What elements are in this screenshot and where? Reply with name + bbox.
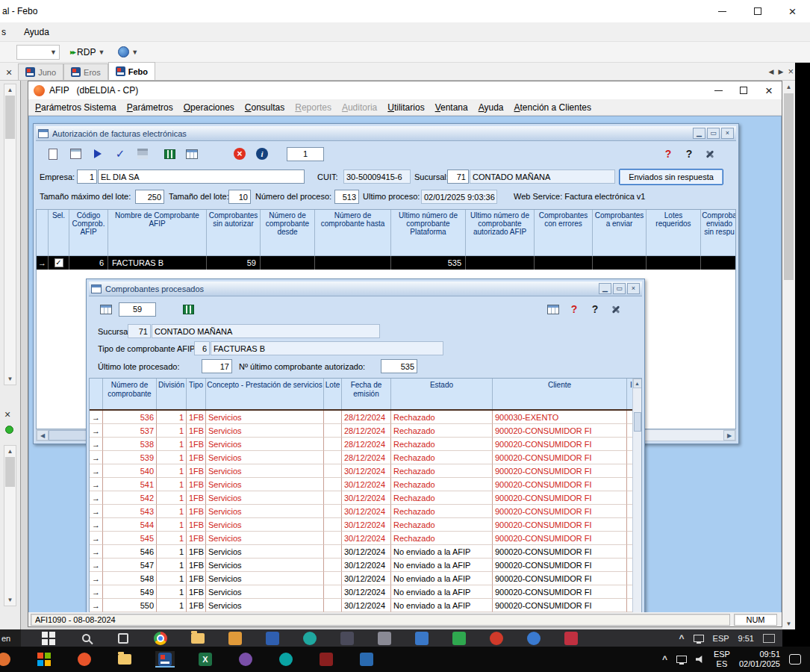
new-button[interactable] xyxy=(43,145,63,163)
column-header-comproba-enviado-sin-respu[interactable]: Comproba enviado sin respu xyxy=(701,210,736,256)
tab-scroll-left-icon[interactable]: ◀ xyxy=(769,68,774,75)
host-close-button[interactable]: × xyxy=(775,0,810,22)
child-close-button[interactable]: × xyxy=(627,283,640,294)
file-explorer-icon[interactable] xyxy=(188,630,208,647)
task-view-icon[interactable] xyxy=(113,630,133,647)
tools-button[interactable] xyxy=(700,145,720,163)
tray-expand-icon[interactable]: ^ xyxy=(662,654,667,665)
scroll-right-icon[interactable]: ▶ xyxy=(723,430,735,441)
child-restore-button[interactable]: ▭ xyxy=(707,128,720,139)
afip-menu-consultas[interactable]: Consultas xyxy=(240,100,290,115)
rdp-connect-button[interactable]: ▸▸ RDP ▼ xyxy=(67,46,108,59)
column-header-divisi-n[interactable]: División xyxy=(157,379,187,409)
tamano-lote-field[interactable]: 10 xyxy=(228,190,251,204)
column-header-fecha-de-emisi-n[interactable]: Fecha de emisión xyxy=(342,379,391,409)
scroll-up-icon[interactable]: ▲ xyxy=(7,446,13,457)
properties-button[interactable] xyxy=(66,145,85,163)
fr-app-icon[interactable] xyxy=(155,651,175,668)
autorizacion-titlebar[interactable]: Autorización de facturas electrónicas ▁ … xyxy=(36,126,736,141)
app-darkred-icon[interactable] xyxy=(317,651,336,668)
scrollbar-thumb[interactable] xyxy=(634,412,641,432)
left-vscrollbar[interactable]: ▲ ▼ xyxy=(4,84,16,385)
scroll-up-icon[interactable]: ▲ xyxy=(782,81,795,93)
pen-app-icon[interactable] xyxy=(357,651,376,668)
panel-close-icon[interactable]: × xyxy=(4,409,10,420)
table-row-539[interactable]: →53911FBServicios28/12/2024Rechazado9000… xyxy=(90,451,641,464)
table-view-button[interactable] xyxy=(543,300,563,318)
ledger-button[interactable] xyxy=(160,145,179,163)
app-teal-icon[interactable] xyxy=(276,651,296,668)
context-help-button[interactable]: ? xyxy=(564,300,584,318)
search-icon[interactable] xyxy=(76,630,96,647)
afip-menu-auditoria[interactable]: Auditoria xyxy=(337,100,382,115)
app-orange-icon[interactable] xyxy=(225,630,245,647)
windows-start-icon[interactable] xyxy=(34,651,54,668)
column-header-ultimo-n-mero-de-comprobante-autorizado-afip[interactable]: Ultimo número de comprobante autorizado … xyxy=(466,210,535,256)
host-menu-ayuda[interactable]: Ayuda xyxy=(18,25,55,40)
checkbox-checked[interactable]: ✓ xyxy=(54,258,63,267)
column-header-tipo[interactable]: Tipo xyxy=(187,379,206,409)
table-row-537[interactable]: →53711FBServicios28/12/2024Rechazado9000… xyxy=(90,424,641,438)
table-row-548[interactable]: →54811FBServicios30/12/2024No enviado a … xyxy=(90,572,641,585)
child-restore-button[interactable]: ▭ xyxy=(613,283,626,294)
cancel-button[interactable]: × xyxy=(230,145,249,163)
connection-combo[interactable]: ▼ xyxy=(16,45,60,60)
chrome-browser-icon[interactable] xyxy=(151,630,170,647)
scrollbar-thumb[interactable] xyxy=(784,93,794,280)
tab-eros[interactable]: Eros xyxy=(63,63,108,80)
child-minimize-button[interactable]: ▁ xyxy=(693,128,705,139)
empresa-code-field[interactable]: 1 xyxy=(77,169,97,184)
confirm-button[interactable]: ✓ xyxy=(110,145,130,163)
table-row-547[interactable]: →54711FBServicios30/12/2024No enviado a … xyxy=(90,559,641,572)
tab-febo[interactable]: Febo xyxy=(108,62,155,80)
table-row-541[interactable]: →54111FBServicios30/12/2024Rechazado9000… xyxy=(90,478,641,491)
column-header-n-mero-de-comprobante[interactable]: Número de comprobante xyxy=(103,379,157,409)
tools-button[interactable] xyxy=(606,300,626,318)
record-count-field[interactable] xyxy=(119,302,156,317)
app-red-icon[interactable] xyxy=(561,630,581,647)
column-header-c-digo-comprob-afip[interactable]: Código Comprob. AFIP xyxy=(69,210,108,256)
tray-expand-icon[interactable]: ^ xyxy=(679,633,685,644)
column-header-concepto-prestaci-n-de-servicios[interactable]: Concepto - Prestación de servicios xyxy=(206,379,324,409)
scrollbar-thumb[interactable] xyxy=(5,96,15,139)
ledger-button[interactable] xyxy=(178,300,198,318)
calendar-app-icon[interactable] xyxy=(449,630,469,647)
table-row-544[interactable]: →54411FBServicios30/12/2024Rechazado9000… xyxy=(90,518,641,532)
scrollbar-thumb[interactable] xyxy=(5,457,15,487)
afip-menu-atenci-n-a-clientes[interactable]: Atención a Clientes xyxy=(509,100,596,115)
speaker-icon[interactable] xyxy=(696,655,705,664)
column-header-comprobantes-a-enviar[interactable]: Comprobantes a enviar xyxy=(593,210,647,256)
afip-menu-ayuda[interactable]: Ayuda xyxy=(473,100,509,115)
procesados-vscrollbar[interactable]: ▲ xyxy=(632,379,641,612)
start-icon[interactable] xyxy=(39,630,58,647)
table-row-538[interactable]: →53811FBServicios28/12/2024Rechazado9000… xyxy=(90,438,641,451)
network-icon[interactable] xyxy=(676,656,687,663)
column-header-cliente[interactable]: Cliente xyxy=(493,379,627,409)
file-explorer-icon[interactable] xyxy=(115,651,134,668)
tab-scroll-right-icon[interactable]: ▶ xyxy=(778,68,783,75)
host-maximize-button[interactable] xyxy=(740,0,775,22)
calculator-app-icon[interactable] xyxy=(412,630,432,647)
table-row-549[interactable]: →54911FBServicios30/12/2024No enviado a … xyxy=(90,585,641,599)
host-minimize-button[interactable] xyxy=(705,0,740,22)
run-process-button[interactable] xyxy=(88,145,108,163)
info-button[interactable]: i xyxy=(252,145,272,163)
column-header-estado[interactable]: Estado xyxy=(391,379,493,409)
scroll-up-icon[interactable]: ▲ xyxy=(7,84,13,96)
afip-maximize-button[interactable] xyxy=(731,81,756,99)
column-header-lote[interactable]: Lote xyxy=(324,379,342,409)
notifications-icon[interactable] xyxy=(789,654,801,665)
app-blue-icon[interactable] xyxy=(263,630,282,647)
chat-app-icon[interactable] xyxy=(300,630,320,647)
table-row-545[interactable]: →54511FBServicios30/12/2024Rechazado9000… xyxy=(90,532,641,545)
afip-close-button[interactable]: × xyxy=(756,81,782,99)
panel-close-icon[interactable]: × xyxy=(6,67,12,78)
app-dark-icon[interactable] xyxy=(337,630,357,647)
clock[interactable]: 09:51 02/01/2025 xyxy=(739,650,780,669)
export-grid-button[interactable] xyxy=(182,145,202,163)
firefox-icon[interactable] xyxy=(75,651,94,668)
table-row-543[interactable]: →54311FBServicios30/12/2024Rechazado9000… xyxy=(90,505,641,518)
app-gray-icon[interactable] xyxy=(375,630,394,647)
adobe-app-icon[interactable] xyxy=(487,630,506,647)
enviados-sin-respuesta-button[interactable]: Enviados sin respuesta xyxy=(619,169,723,185)
